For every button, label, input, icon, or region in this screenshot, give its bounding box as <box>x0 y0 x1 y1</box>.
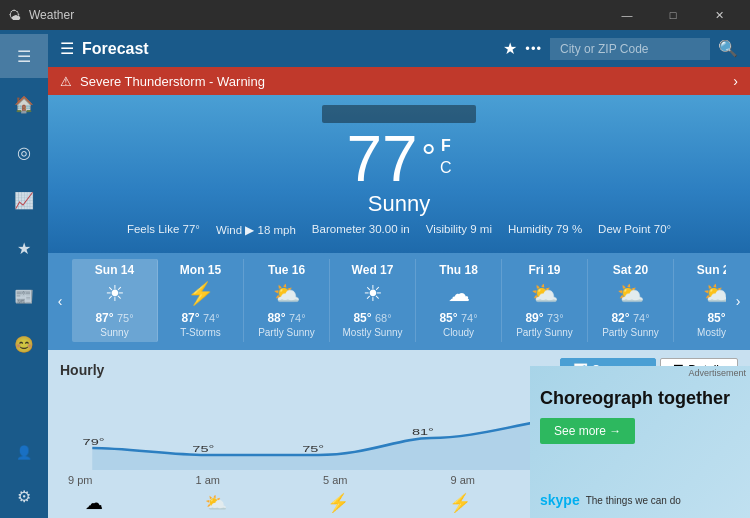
forecast-day-icon: ☁ <box>424 281 493 307</box>
barometer-detail: Barometer 30.00 in <box>312 223 410 237</box>
visibility-detail: Visibility 9 mi <box>426 223 492 237</box>
close-button[interactable]: ✕ <box>696 0 742 30</box>
forecast-day-5[interactable]: Fri 19 ⛅ 89° 73° Partly Sunny <box>502 259 588 342</box>
sidebar-item-menu[interactable]: ☰ <box>0 34 48 78</box>
forecast-hi: 85° <box>439 311 457 325</box>
unit-c[interactable]: C <box>440 157 452 179</box>
header-actions: ★ ••• 🔍 <box>503 38 738 60</box>
search-icon[interactable]: 🔍 <box>718 39 738 58</box>
forecast-day-desc: Partly Sunny <box>596 327 665 338</box>
forecast-hi: 85° <box>353 311 371 325</box>
forecast-day-temps: 87° 74° <box>166 311 235 325</box>
temperature-value: 77 <box>346 127 417 191</box>
sidebar-item-charts[interactable]: 📈 <box>0 178 48 222</box>
minimize-button[interactable]: — <box>604 0 650 30</box>
forecast-day-name: Thu 18 <box>424 263 493 277</box>
forecast-day-icon: ⛅ <box>682 281 726 307</box>
titlebar-left: 🌤 Weather <box>8 8 74 23</box>
forecast-prev-button[interactable]: ‹ <box>48 293 72 309</box>
sidebar-item-maps[interactable]: ◎ <box>0 130 48 174</box>
forecast-day-temps: 85° <box>682 311 726 325</box>
forecast-day-name: Sun 21 <box>682 263 726 277</box>
forecast-day-icon: ☀ <box>338 281 407 307</box>
menu-icon[interactable]: ☰ <box>60 39 74 58</box>
forecast-day-desc: T-Storms <box>166 327 235 338</box>
degree-symbol: ° <box>422 137 436 179</box>
more-options-icon[interactable]: ••• <box>525 41 542 56</box>
humidity-detail: Humidity 79 % <box>508 223 582 237</box>
unit-f[interactable]: F <box>440 135 452 157</box>
forecast-day-2[interactable]: Tue 16 ⛅ 88° 74° Partly Sunny <box>244 259 330 342</box>
forecast-day-name: Mon 15 <box>166 263 235 277</box>
ad-see-more-button[interactable]: See more → <box>540 418 635 444</box>
forecast-lo: 74° <box>289 312 306 324</box>
forecast-day-name: Tue 16 <box>252 263 321 277</box>
advertisement-panel: Advertisement Choreograph together See m… <box>530 366 750 518</box>
sidebar-item-home[interactable]: 🏠 <box>0 82 48 126</box>
hourly-weather-icon-1: ⛅ <box>186 492 246 514</box>
titlebar-controls: — □ ✕ <box>604 0 742 30</box>
forecast-hi: 87° <box>181 311 199 325</box>
forecast-day-1[interactable]: Mon 15 ⚡ 87° 74° T-Storms <box>158 259 244 342</box>
hourly-time-1: 1 am <box>196 474 220 486</box>
forecast-day-icon: ⛅ <box>252 281 321 307</box>
hourly-weather-icon-2: ⚡ <box>308 492 368 514</box>
alert-text: Severe Thunderstorm - Warning <box>80 74 265 89</box>
forecast-day-3[interactable]: Wed 17 ☀ 85° 68° Mostly Sunny <box>330 259 416 342</box>
forecast-day-icon: ☀ <box>80 281 149 307</box>
forecast-day-name: Wed 17 <box>338 263 407 277</box>
sidebar-item-face[interactable]: 😊 <box>0 322 48 366</box>
svg-text:75°: 75° <box>302 444 324 454</box>
alert-chevron[interactable]: › <box>733 73 738 89</box>
forecast-day-name: Fri 19 <box>510 263 579 277</box>
forecast-day-desc: Cloudy <box>424 327 493 338</box>
ad-tagline: The things we can do <box>586 495 681 506</box>
alert-bar[interactable]: ⚠ Severe Thunderstorm - Warning › <box>48 67 750 95</box>
forecast-day-desc: Mostly C <box>682 327 726 338</box>
search-input[interactable] <box>550 38 710 60</box>
condition-label: Sunny <box>68 191 730 217</box>
forecast-hi: 82° <box>611 311 629 325</box>
ad-title: Choreograph together <box>540 376 740 410</box>
favorite-icon[interactable]: ★ <box>503 39 517 58</box>
feels-like: Feels Like 77° <box>127 223 200 237</box>
titlebar: 🌤 Weather — □ ✕ <box>0 0 750 30</box>
wind-detail: Wind ▶ 18 mph <box>216 223 296 237</box>
forecast-day-icon: ⛅ <box>510 281 579 307</box>
header-bar: ☰ Forecast ★ ••• 🔍 <box>48 30 750 67</box>
sidebar-item-news[interactable]: 📰 <box>0 274 48 318</box>
page-title: Forecast <box>82 40 495 58</box>
forecast-day-6[interactable]: Sat 20 ⛅ 82° 74° Partly Sunny <box>588 259 674 342</box>
hourly-title: Hourly <box>60 362 560 378</box>
sidebar-bottom: 👤 ⚙ <box>0 430 48 518</box>
forecast-hi: 85° <box>707 311 725 325</box>
forecast-day-name: Sun 14 <box>80 263 149 277</box>
forecast-day-4[interactable]: Thu 18 ☁ 85° 74° Cloudy <box>416 259 502 342</box>
forecast-day-temps: 87° 75° <box>80 311 149 325</box>
forecast-day-desc: Partly Sunny <box>510 327 579 338</box>
app-container: ☰ 🏠 ◎ 📈 ★ 📰 😊 👤 ⚙ ☰ Forecast ★ ••• 🔍 ⚠ S <box>0 30 750 518</box>
forecast-lo: 74° <box>461 312 478 324</box>
forecast-scroll: Sun 14 ☀ 87° 75° Sunny Mon 15 ⚡ 87° 74° … <box>72 259 726 342</box>
maximize-button[interactable]: □ <box>650 0 696 30</box>
sidebar-item-user[interactable]: 👤 <box>0 430 48 474</box>
forecast-day-desc: Mostly Sunny <box>338 327 407 338</box>
hourly-time-3: 9 am <box>451 474 475 486</box>
forecast-hi: 87° <box>95 311 113 325</box>
hourly-weather-icon-3: ⚡ <box>430 492 490 514</box>
ad-footer: skype The things we can do <box>540 488 740 508</box>
hourly-time-0: 9 pm <box>68 474 92 486</box>
hourly-weather-icon-0: ☁ <box>64 492 124 514</box>
forecast-day-temps: 89° 73° <box>510 311 579 325</box>
skype-logo: skype <box>540 492 580 508</box>
sidebar-item-favorites[interactable]: ★ <box>0 226 48 270</box>
temp-unit-toggle[interactable]: F C <box>440 135 452 180</box>
temp-display: 77 ° F C <box>68 127 730 191</box>
sidebar-item-settings[interactable]: ⚙ <box>0 474 48 518</box>
forecast-next-button[interactable]: › <box>726 293 750 309</box>
forecast-lo: 73° <box>547 312 564 324</box>
forecast-day-7[interactable]: Sun 21 ⛅ 85° Mostly C <box>674 259 726 342</box>
forecast-day-desc: Sunny <box>80 327 149 338</box>
forecast-day-0[interactable]: Sun 14 ☀ 87° 75° Sunny <box>72 259 158 342</box>
svg-text:79°: 79° <box>83 437 105 447</box>
